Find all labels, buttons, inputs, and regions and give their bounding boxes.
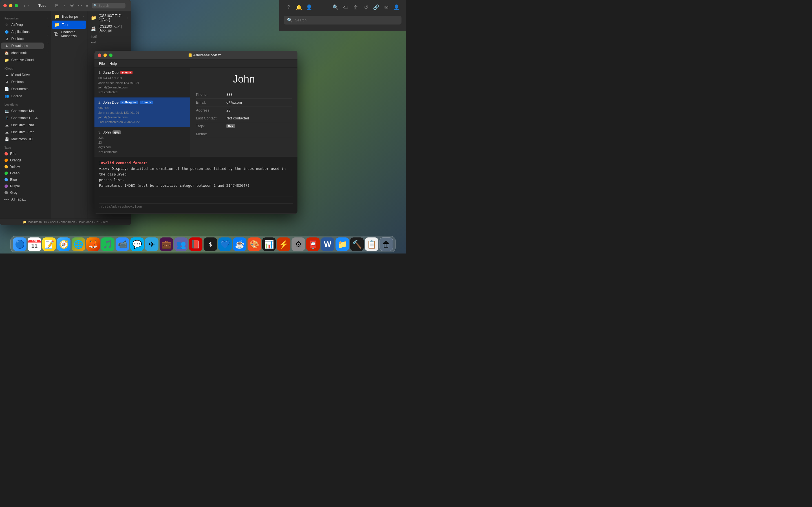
ab-menu-file[interactable]: File [99,61,105,66]
ab-close-button[interactable] [98,54,101,57]
sidebar-item-tag-red[interactable]: Red [1,151,44,157]
file-item-zip[interactable]: 🗜 Charisma Kausar.zip [52,29,86,40]
user-avatar-button[interactable]: 👤 [304,2,314,12]
dock-terminal[interactable]: $ [204,237,217,251]
contact-item-jane-doe[interactable]: 1. Jane Doe enemy 00974 44771718 John st… [94,68,190,98]
file-item-cs2103t-jar[interactable]: ☕ [CS2103T-...-4][Abpi].jar [89,23,130,34]
dock-teams[interactable]: 👥 [174,237,188,251]
dock-chrome[interactable]: 🌐 [71,237,85,251]
desktop-icon: 🖥 [4,37,9,41]
close-button[interactable] [3,4,7,7]
help-button[interactable]: ? [284,2,294,12]
sidebar-item-creative-cloud[interactable]: 📁 Creative Cloud... [1,57,44,63]
ab-minimize-button[interactable] [103,54,107,57]
sidebar-item-tag-blue[interactable]: Blue [1,177,44,183]
sidebar-item-charismak-ma[interactable]: 💻 Charisma's Ma... [1,108,44,114]
dock-calendar[interactable]: APR 11 [28,237,41,251]
file-name: files-for-pe [62,15,78,18]
sidebar-item-label: Shared [11,94,22,98]
toolbar-search-input[interactable] [295,18,398,22]
dock-vscode[interactable]: 💙 [218,237,232,251]
ab-menu-help[interactable]: Help [109,61,117,66]
dock-slack[interactable]: 💼 [160,237,173,251]
search-icon: 🔍 [93,4,97,7]
dock-reeder[interactable]: ⚡ [277,237,290,251]
maximize-button[interactable] [15,4,18,7]
dock-spotify[interactable]: 🎵 [101,237,114,251]
sidebar-item-macintosh-hd[interactable]: 💾 Macintosh HD [1,136,44,143]
dock-safari[interactable]: 🧭 [57,237,70,251]
link-button[interactable]: 🔗 [371,2,381,12]
sidebar-item-icloud-drive[interactable]: ☁ iCloud Drive [1,71,44,78]
mail-button[interactable]: ✉ [381,2,391,12]
contact-item-john[interactable]: 3. John guy 333 23 d@s.com Not contacted [94,127,190,157]
notification-button[interactable]: 🔔 [294,2,304,12]
dock-activity[interactable]: 📊 [262,237,276,251]
eye-icon[interactable]: 👁 [70,3,74,8]
forward-button[interactable]: › [28,3,29,8]
dock-firefox[interactable]: 🦊 [86,237,100,251]
dock-word[interactable]: W [321,237,335,251]
file-item-test[interactable]: 📁 Test › [52,20,86,29]
dock-files[interactable]: 📁 [336,237,349,251]
sidebar-item-icloud-desktop[interactable]: 🖥 Desktop [1,78,44,86]
refresh-button[interactable]: ↺ [361,2,371,12]
icloud-drive-icon: ☁ [4,73,9,77]
view-toggle-icon[interactable]: ⋮ [62,3,66,8]
activity-dock-icon: 📊 [264,240,274,249]
tag-label: Orange [10,158,21,162]
file-item-files-for-pe[interactable]: 📁 files-for-pe › [52,12,86,20]
dock-finder[interactable]: 🔵 [13,237,27,251]
sidebar-item-all-tags[interactable]: ●●● All Tags... [1,196,44,203]
dock: 🔵 APR 11 📝 🧭 🌐 🦊 🎵 📹 💬 ✈ � [10,236,396,252]
grid-icon[interactable]: ⋯ [78,3,82,8]
dock-pasta[interactable]: 📋 [365,237,378,251]
eject-icon[interactable]: ⏏ [35,116,38,120]
dock-notes[interactable]: 📝 [42,237,56,251]
dock-airmail[interactable]: 📮 [306,237,320,251]
minimize-button[interactable] [9,4,12,7]
contact-item-john-doe[interactable]: 2. John Doe colleagues friends 98765432 … [94,98,190,127]
file-item-cs2103t-folder[interactable]: 📁 [CS2103T-T17-4][Abpi] › [89,12,130,23]
dock-skype[interactable]: 💬 [130,237,144,251]
dock-acrobat[interactable]: 📕 [189,237,202,251]
dock-trash[interactable]: 🗑 [379,237,393,251]
ab-maximize-button[interactable] [109,54,112,57]
ab-window-title: 📒 AddressBook π [115,53,294,57]
sidebar-item-tag-grey[interactable]: Grey [1,189,44,196]
dock-telegram[interactable]: ✈ [145,237,158,251]
sidebar-item-tag-orange[interactable]: Orange [1,157,44,163]
sidebar-item-tag-green[interactable]: Green [1,170,44,176]
back-button[interactable]: ‹ [24,3,25,8]
sidebar-item-charismak-i[interactable]: 📱 Charisma's i... ⏏ [1,115,44,121]
sidebar-item-tag-purple[interactable]: Purple [1,183,44,189]
dock-zoom[interactable]: 📹 [116,237,129,251]
dock-figma[interactable]: 🎨 [248,237,261,251]
all-tags-icon: ●●● [4,197,9,202]
sidebar-item-desktop[interactable]: 🖥 Desktop [1,36,44,42]
sidebar-item-documents[interactable]: 📄 Documents [1,86,44,93]
view-icon[interactable]: ⊞ [55,3,59,8]
airdrop-icon: ✈ [4,22,9,27]
dock-ide[interactable]: ☕ [233,237,246,251]
sidebar-item-tag-yellow[interactable]: Yellow [1,164,44,170]
dock-xcode[interactable]: 🔨 [350,237,364,251]
sidebar-item-onedrive-per[interactable]: ☁ OneDrive - Per... [1,129,44,135]
sidebar-item-applications[interactable]: 🔷 Applications [1,29,44,35]
sidebar-item-airdrop[interactable]: ✈ AirDrop [1,21,44,28]
dock-system-prefs[interactable]: ⚙ [292,237,305,251]
command-input[interactable] [99,199,293,203]
file-name: [CS2103T-...-4][Abpi].jar [99,24,128,33]
sidebar-item-onedrive-nat[interactable]: ☁ OneDrive - Nat... [1,122,44,128]
calendar-month: APR [28,240,41,242]
hd-icon: 💾 [4,137,9,142]
sidebar-item-downloads[interactable]: ⬇ Downloads [1,43,44,49]
person-button[interactable]: 👤 [391,2,402,12]
more-icon[interactable]: » [86,3,88,8]
trash-button[interactable]: 🗑 [351,2,361,12]
tag-button[interactable]: 🏷 [341,2,351,12]
sidebar-item-charismak[interactable]: 🏠 charismak [1,50,44,56]
detail-last-contact-row: Last Contact: Not contacted [196,114,292,122]
zoom-button[interactable]: 🔍 [331,2,341,12]
sidebar-item-shared[interactable]: 👥 Shared [1,93,44,100]
